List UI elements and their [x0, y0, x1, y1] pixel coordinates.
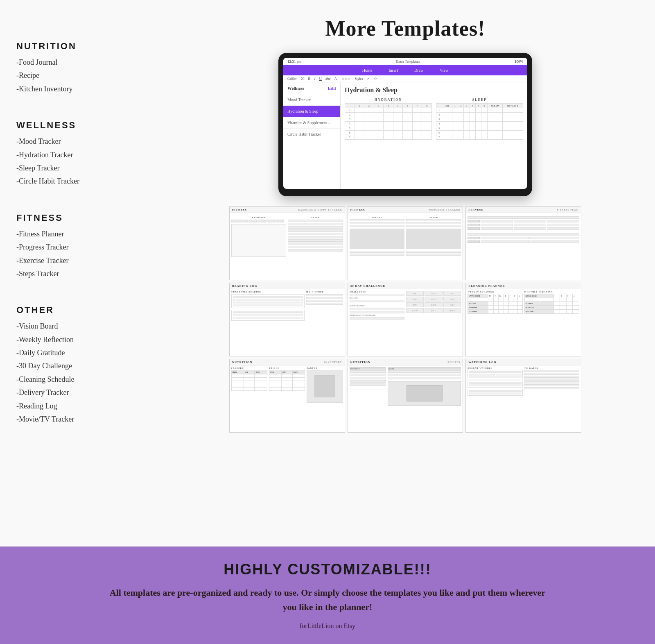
- list-item: -Circle Habit Tracker: [16, 175, 164, 188]
- other-section: OTHER -Vision Board -Weekly Reflection -…: [16, 305, 164, 426]
- checkmark-icon[interactable]: ✓: [367, 77, 370, 81]
- sleep-table: AM123456SLEEPQUALITY 1 2 3 4 5 6 7: [436, 103, 523, 140]
- fridge-label: FRIDGE: [269, 367, 305, 369]
- tab-insert[interactable]: Insert: [380, 67, 406, 74]
- preview-subtitle-1: EXERCISE & STEPS TRACKER: [298, 209, 342, 211]
- list-item: -30 Day Challenge: [16, 359, 164, 372]
- after-photo: [406, 229, 461, 249]
- progress-two-col: BEFORE: [350, 216, 461, 256]
- preview-title-6: CLEANING PLANNER: [468, 284, 505, 288]
- styles-label[interactable]: Styles: [355, 77, 363, 81]
- steps-title: STEPS: [288, 216, 343, 218]
- sidebar-item-hydration[interactable]: Hydration & Sleep: [283, 106, 340, 117]
- list-item: -Cleaning Schedule: [16, 373, 164, 386]
- list-item: -Exercise Tracker: [16, 254, 164, 267]
- hydration-section: HYDRATION 12345678 1 2 3 4 5 6: [345, 98, 432, 140]
- sidebar-item-habit[interactable]: Circle Habit Tracker: [283, 129, 340, 140]
- preview-content-8: DIFFICULTY RECIPE: [348, 365, 463, 431]
- preview-subtitle-3: FITNESS PLAN: [557, 209, 578, 211]
- fitness-heading: FITNESS: [16, 213, 164, 223]
- list-item: -Weekly Reflection: [16, 333, 164, 346]
- nutrition-heading: NUTRITION: [16, 41, 164, 52]
- left-panel: NUTRITION -Food Journal -Recipe -Kitchen…: [16, 16, 172, 538]
- list-item: -Steps Tracker: [16, 267, 164, 280]
- sleep-label: SLEEP: [436, 98, 523, 102]
- page-container: NUTRITION -Food Journal -Recipe -Kitchen…: [0, 0, 655, 644]
- font-size-label: 20: [301, 77, 304, 81]
- star-icon[interactable]: ☆: [374, 77, 377, 81]
- after-col: AFTER: [406, 216, 461, 256]
- exercise-two-col: EXERCISE: [231, 216, 343, 257]
- want-label: WHAT I EXPECT: [350, 305, 404, 307]
- preview-subtitle-8: RECIPES: [447, 361, 460, 363]
- sleep-section: SLEEP AM123456SLEEPQUALITY 1 2 3 4 5 6: [436, 98, 523, 140]
- preview-header-6: CLEANING PLANNER: [466, 283, 581, 289]
- list-item: -Recipe: [16, 69, 164, 82]
- preview-card-challenge: 30 DAY CHALLENGE CHALLENGE REASON WHAT I…: [348, 283, 463, 356]
- improvements-label: IMPROVEMENTS TO MAKE: [350, 314, 404, 316]
- preview-subtitle-2: PROGRESS TRACKER: [429, 209, 461, 211]
- freezer-label: FREEZER: [231, 367, 267, 369]
- color-icon[interactable]: A: [334, 77, 337, 81]
- preview-title-2: FITNESS: [350, 208, 365, 211]
- italic-icon[interactable]: I: [314, 77, 315, 81]
- wellness-heading: WELLNESS: [16, 120, 164, 131]
- list-item: -Fitness Planner: [16, 227, 164, 240]
- preview-header-1: FITNESS EXERCISE & STEPS TRACKER: [230, 207, 345, 213]
- bold-icon[interactable]: B: [308, 77, 310, 81]
- preview-subtitle-7: INVENTORY: [324, 361, 342, 363]
- preview-content-4: CURRENTLY READING: [230, 289, 345, 355]
- other-items: -Vision Board -Weekly Reflection -Daily …: [16, 320, 164, 426]
- monthly-cleaning-label: MONTHLY CLEANING: [524, 291, 579, 293]
- exercise-title: EXERCISE: [231, 216, 286, 218]
- preview-content-9: RECENT WATCHES: [466, 365, 581, 431]
- preview-content-1: EXERCISE: [230, 213, 345, 279]
- tablet-mockup: 12:31 pm Extra Templates 100% Home Inser…: [278, 53, 532, 196]
- preview-content-6: WEEKLY CLEANING LIVING ROOM M T W T F: [466, 289, 581, 355]
- tab-draw[interactable]: Draw: [406, 67, 431, 74]
- list-item: -Food Journal: [16, 56, 164, 69]
- preview-card-recipes: NUTRITION RECIPES DIFFICULTY: [348, 359, 463, 433]
- after-label: AFTER: [406, 216, 461, 218]
- main-genre-label: MAIN GENRE: [306, 291, 343, 293]
- list-item: -Progress Tracker: [16, 240, 164, 254]
- other-heading: OTHER: [16, 305, 164, 315]
- tablet-main-content: Hydration & Sleep HYDRATION 12345678 1: [341, 82, 527, 189]
- hydration-table: 12345678 1 2 3 4 5 6 7: [345, 103, 432, 140]
- list-item: -Hydration Tracker: [16, 148, 164, 161]
- preview-title-4: READING LOG: [232, 284, 257, 288]
- sidebar-title: Wellness: [287, 86, 304, 91]
- preview-card-fitness-plan: FITNESS FITNESS PLAN: [465, 206, 581, 280]
- toolbar-icons-row: Callibri 20 B I U abc A ≡ ≡ ≡ Styles ✓ ☆: [283, 75, 527, 82]
- tab-view[interactable]: View: [431, 67, 456, 74]
- preview-card-exercise: FITNESS EXERCISE & STEPS TRACKER EXERCIS…: [229, 206, 345, 280]
- bottom-banner: HIGHLY CUSTOMIZABLE!!! All templates are…: [0, 546, 655, 644]
- preview-card-inventory: NUTRITION INVENTORY FREEZER ITEM QTY: [229, 359, 345, 433]
- tab-home[interactable]: Home: [354, 67, 380, 74]
- list-item: -Kitchen Inventory: [16, 82, 164, 95]
- currently-reading-label: CURRENTLY READING: [231, 291, 305, 293]
- app-sidebar: Wellness Edit Mood Tracker Hydration & S…: [283, 82, 341, 189]
- sidebar-item-vitamins[interactable]: Vitamins & Supplement...: [283, 117, 340, 129]
- wellness-items: -Mood Tracker -Hydration Tracker -Sleep …: [16, 135, 164, 188]
- underline-icon[interactable]: U: [319, 77, 322, 81]
- preview-header-3: FITNESS FITNESS PLAN: [466, 207, 581, 213]
- fitness-items: -Fitness Planner -Progress Tracker -Exer…: [16, 227, 164, 281]
- wellness-section: WELLNESS -Mood Tracker -Hydration Tracke…: [16, 120, 164, 188]
- before-col: BEFORE: [350, 216, 404, 256]
- preview-title-1: FITNESS: [232, 208, 247, 211]
- sidebar-item-mood[interactable]: Mood Tracker: [283, 94, 340, 106]
- list-item: -Mood Tracker: [16, 135, 164, 148]
- tablet-status-bar: 12:31 pm Extra Templates 100%: [283, 58, 527, 65]
- pantry-label: PANTRY: [307, 367, 343, 369]
- preview-card-watching: WATCHING LOG RECENT WATCHES: [465, 359, 581, 433]
- strikethrough-icon[interactable]: abc: [325, 77, 331, 81]
- list-item: -Reading Log: [16, 399, 164, 413]
- before-label: BEFORE: [350, 216, 404, 218]
- content-title: Hydration & Sleep: [345, 86, 523, 94]
- preview-header-4: READING LOG: [230, 283, 345, 289]
- hydration-sleep-grid: HYDRATION 12345678 1 2 3 4 5 6: [345, 98, 523, 140]
- preview-header-9: WATCHING LOG: [466, 359, 581, 365]
- sidebar-edit-button[interactable]: Edit: [328, 86, 336, 91]
- page-title: More Templates!: [325, 16, 486, 41]
